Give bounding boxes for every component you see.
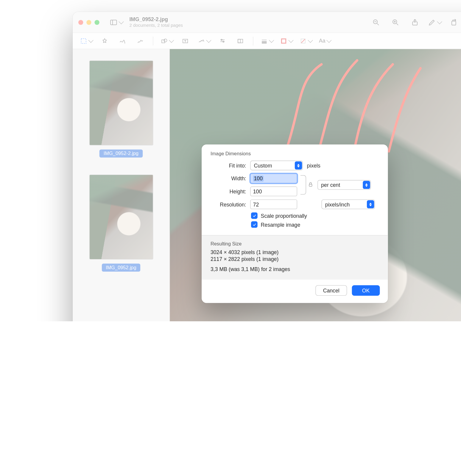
zoom-in-button[interactable]: [388, 16, 403, 28]
thumbnail-item[interactable]: IMG_0952-2.jpg: [89, 60, 153, 157]
fit-into-label: Fit into:: [211, 162, 246, 168]
result-line: 3024 × 4032 pixels (1 image): [211, 249, 379, 255]
select-stepper-icon: [295, 162, 302, 170]
markup-button[interactable]: [427, 16, 442, 28]
adjust-size-dialog: Image Dimensions Fit into: Custom pixels…: [202, 144, 388, 303]
thumbnail-image: [89, 175, 153, 260]
select-stepper-icon: [363, 181, 370, 189]
thumbnails-sidebar: IMG_0952-2.jpg IMG_0952.jpg: [73, 49, 170, 321]
window-subtitle: 2 documents, 2 total pages: [129, 23, 183, 28]
scale-proportionally-checkbox[interactable]: [251, 212, 258, 219]
adjust-size-button[interactable]: [235, 36, 245, 46]
height-input[interactable]: 100: [250, 187, 297, 196]
resulting-size-label: Resulting Size: [211, 241, 379, 247]
border-color-button[interactable]: [280, 36, 292, 46]
adjust-color-button[interactable]: [217, 36, 228, 46]
resample-image-checkbox[interactable]: [251, 221, 258, 228]
svg-rect-22: [238, 39, 240, 43]
lock-icon[interactable]: [308, 181, 313, 188]
thumbnail-label: IMG_0952.jpg: [102, 264, 141, 272]
window-minimize-button[interactable]: [86, 20, 91, 25]
titlebar: IMG_0952-2.jpg 2 documents, 2 total page…: [73, 12, 461, 33]
text-button[interactable]: [180, 36, 190, 46]
height-label: Height:: [211, 188, 246, 194]
resolution-unit-select[interactable]: pixels/inch: [322, 199, 375, 209]
sidebar-toggle-button[interactable]: [108, 16, 124, 28]
thumbnail-item[interactable]: IMG_0952.jpg: [89, 175, 153, 272]
resample-image-label: Resample image: [261, 222, 300, 228]
zoom-out-button[interactable]: [368, 16, 384, 28]
selection-tool-button[interactable]: [80, 36, 92, 46]
ok-button[interactable]: OK: [352, 285, 380, 296]
svg-line-28: [301, 39, 305, 43]
text-style-button[interactable]: Aa: [319, 36, 330, 46]
svg-line-3: [377, 23, 379, 25]
shapes-button[interactable]: [161, 36, 173, 46]
line-style-button[interactable]: [261, 36, 273, 46]
width-input[interactable]: 100: [250, 173, 297, 183]
rotate-button[interactable]: [446, 16, 461, 28]
markup-scribble: [270, 57, 429, 159]
width-label: Width:: [211, 175, 246, 181]
window-controls: [78, 20, 99, 25]
sketch-button[interactable]: [117, 36, 128, 46]
thumbnail-label: IMG_0952-2.jpg: [99, 149, 142, 157]
window-title: IMG_0952-2.jpg: [129, 17, 183, 23]
aspect-lock: [300, 175, 314, 195]
share-button[interactable]: [407, 16, 423, 28]
preview-window: IMG_0952-2.jpg 2 documents, 2 total page…: [73, 12, 461, 321]
fill-color-button[interactable]: [300, 36, 312, 46]
instant-alpha-button[interactable]: [99, 36, 110, 46]
svg-rect-26: [281, 39, 286, 43]
result-summary: 3,3 MB (was 3,1 MB) for 2 images: [211, 266, 379, 272]
svg-line-6: [396, 23, 398, 25]
resolution-input[interactable]: 72: [250, 199, 297, 209]
window-fullscreen-button[interactable]: [94, 20, 99, 25]
result-line: 2117 × 2822 pixels (1 image): [211, 256, 379, 262]
svg-rect-0: [110, 20, 116, 25]
svg-rect-32: [309, 184, 312, 186]
scale-proportionally-label: Scale proportionally: [261, 213, 307, 219]
sign-button[interactable]: [198, 36, 210, 46]
window-close-button[interactable]: [78, 20, 83, 25]
markup-toolbar: Aa: [73, 33, 461, 49]
svg-rect-13: [81, 38, 86, 43]
draw-button[interactable]: [135, 36, 145, 46]
thumbnail-image: [89, 60, 153, 145]
svg-point-15: [164, 39, 167, 42]
title-block: IMG_0952-2.jpg 2 documents, 2 total page…: [129, 17, 183, 28]
section-label: Image Dimensions: [211, 151, 379, 156]
cancel-button[interactable]: Cancel: [315, 285, 347, 296]
fit-into-select[interactable]: Custom: [250, 161, 303, 170]
svg-rect-10: [452, 21, 456, 25]
wh-unit-select[interactable]: per cent: [317, 180, 371, 190]
fit-into-unit: pixels: [307, 162, 320, 168]
select-stepper-icon: [367, 200, 374, 208]
resolution-label: Resolution:: [211, 201, 246, 207]
